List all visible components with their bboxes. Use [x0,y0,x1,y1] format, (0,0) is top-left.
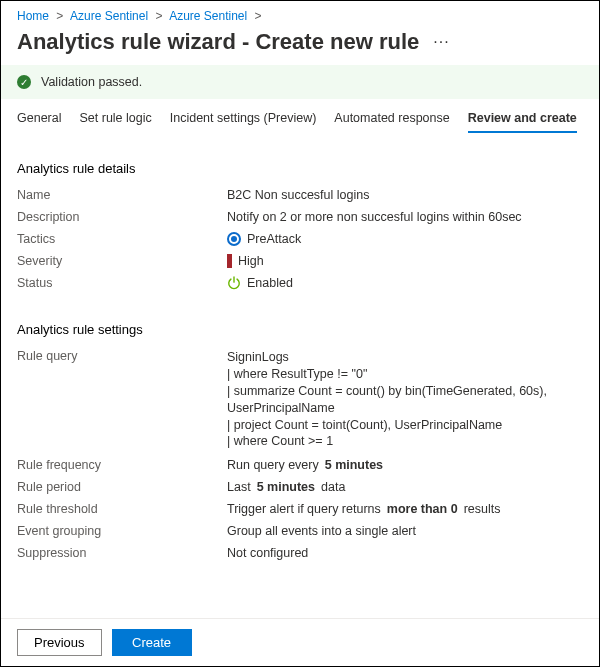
label-status: Status [17,276,227,290]
footer: Previous Create [1,618,599,666]
rule-threshold-suffix: results [464,502,501,516]
section-heading-details: Analytics rule details [17,161,583,176]
section-heading-settings: Analytics rule settings [17,322,583,337]
value-event-grouping: Group all events into a single alert [227,524,583,538]
label-rule-query: Rule query [17,349,227,363]
severity-text: High [238,254,264,268]
tabs: General Set rule logic Incident settings… [1,103,599,133]
value-severity: High [227,254,583,268]
label-event-grouping: Event grouping [17,524,227,538]
label-name: Name [17,188,227,202]
label-tactics: Tactics [17,232,227,246]
detail-row-severity: Severity High [17,250,583,272]
breadcrumb-item-home[interactable]: Home [17,9,49,23]
setting-row-rule-query: Rule query SigninLogs | where ResultType… [17,345,583,454]
preattack-icon [227,232,241,246]
validation-message: Validation passed. [41,75,142,89]
rule-query-code: SigninLogs | where ResultType != "0" | s… [227,349,583,450]
chevron-right-icon: > [52,9,67,23]
severity-high-icon [227,254,232,268]
previous-button[interactable]: Previous [17,629,102,656]
rule-frequency-prefix: Run query every [227,458,319,472]
rule-threshold-prefix: Trigger alert if query returns [227,502,381,516]
validation-banner: ✓ Validation passed. [1,65,599,99]
rule-threshold-bold: more than 0 [387,502,458,516]
rule-period-suffix: data [321,480,345,494]
label-rule-frequency: Rule frequency [17,458,227,472]
setting-row-rule-threshold: Rule threshold Trigger alert if query re… [17,498,583,520]
rule-period-bold: 5 minutes [257,480,315,494]
value-suppression: Not configured [227,546,583,560]
title-row: Analytics rule wizard - Create new rule … [1,27,599,65]
label-suppression: Suppression [17,546,227,560]
value-description: Notify on 2 or more non succesful logins… [227,210,583,224]
tab-automated-response[interactable]: Automated response [334,103,449,133]
label-rule-threshold: Rule threshold [17,502,227,516]
tab-review-and-create[interactable]: Review and create [468,103,577,133]
detail-row-description: Description Notify on 2 or more non succ… [17,206,583,228]
value-name: B2C Non succesful logins [227,188,583,202]
setting-row-rule-frequency: Rule frequency Run query every 5 minutes [17,454,583,476]
value-rule-threshold: Trigger alert if query returns more than… [227,502,583,516]
page-title: Analytics rule wizard - Create new rule [17,29,419,55]
setting-row-event-grouping: Event grouping Group all events into a s… [17,520,583,542]
setting-row-rule-period: Rule period Last 5 minutes data [17,476,583,498]
status-text: Enabled [247,276,293,290]
rule-frequency-bold: 5 minutes [325,458,383,472]
chevron-right-icon: > [251,9,266,23]
tab-incident-settings[interactable]: Incident settings (Preview) [170,103,317,133]
value-tactics: PreAttack [227,232,583,246]
value-rule-period: Last 5 minutes data [227,480,583,494]
power-icon [227,276,241,290]
setting-row-suppression: Suppression Not configured [17,542,583,564]
breadcrumb: Home > Azure Sentinel > Azure Sentinel > [1,1,599,27]
value-status: Enabled [227,276,583,290]
detail-row-status: Status Enabled [17,272,583,294]
value-rule-query: SigninLogs | where ResultType != "0" | s… [227,349,583,450]
chevron-right-icon: > [151,9,166,23]
tab-general[interactable]: General [17,103,61,133]
detail-row-name: Name B2C Non succesful logins [17,184,583,206]
more-menu-button[interactable]: ··· [433,33,449,51]
breadcrumb-item-sentinel-2[interactable]: Azure Sentinel [169,9,247,23]
create-button[interactable]: Create [112,629,192,656]
tactics-text: PreAttack [247,232,301,246]
label-rule-period: Rule period [17,480,227,494]
detail-row-tactics: Tactics PreAttack [17,228,583,250]
content: Analytics rule details Name B2C Non succ… [1,133,599,633]
breadcrumb-item-sentinel[interactable]: Azure Sentinel [70,9,148,23]
label-description: Description [17,210,227,224]
rule-period-prefix: Last [227,480,251,494]
value-rule-frequency: Run query every 5 minutes [227,458,583,472]
label-severity: Severity [17,254,227,268]
tab-set-rule-logic[interactable]: Set rule logic [79,103,151,133]
check-circle-icon: ✓ [17,75,31,89]
